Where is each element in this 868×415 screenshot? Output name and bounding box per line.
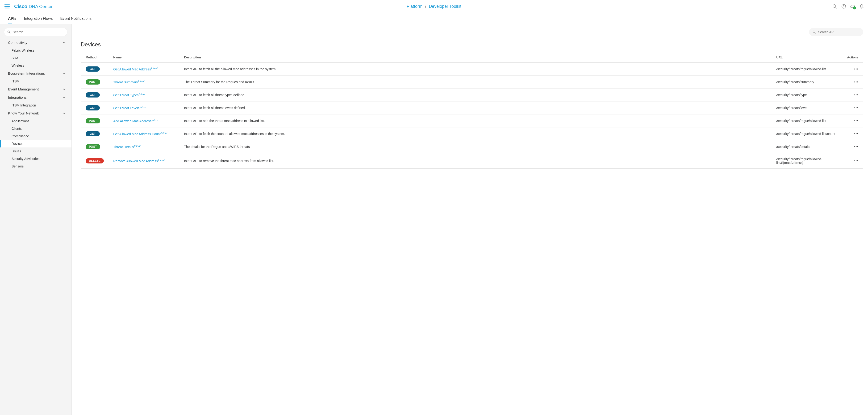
api-url: /security/threats/rogue/allowed-list/${m… — [772, 153, 842, 169]
nav-group-label: Event Management — [8, 87, 39, 91]
nav-group-event-management[interactable]: Event Management — [0, 85, 71, 93]
api-name-link[interactable]: Threat SummaryIntent — [113, 80, 145, 84]
bell-icon[interactable] — [859, 4, 864, 9]
menu-icon[interactable] — [4, 3, 10, 10]
table-row: DELETERemove Allowed Mac AddressIntentIn… — [81, 153, 863, 169]
api-description: Intent API to fetch all threat types def… — [179, 89, 772, 102]
api-description: The details for the Rogue and aWIPS thre… — [179, 140, 772, 153]
svg-text:?: ? — [843, 5, 844, 8]
api-url: /security/threats/details — [772, 140, 842, 153]
nav-group-connectivity[interactable]: Connectivity — [0, 38, 71, 47]
svg-line-4 — [835, 7, 837, 8]
tab-event-notifications[interactable]: Event Notifications — [60, 13, 92, 24]
api-description: Intent API to fetch all the allowed mac … — [179, 63, 772, 76]
breadcrumb: Platform / Developer Toolkit — [407, 4, 461, 9]
tab-integration-flows[interactable]: Integration Flows — [24, 13, 53, 24]
header-actions: ? ✓ — [832, 4, 864, 9]
tabs: APIsIntegration FlowsEvent Notifications — [0, 13, 868, 24]
nav-group-ecosystem-integrations[interactable]: Ecosystem Integrations — [0, 69, 71, 77]
help-icon[interactable]: ? — [841, 4, 846, 9]
api-url: /security/threats/level — [772, 102, 842, 114]
nav-group-label: Connectivity — [8, 40, 27, 44]
nav-group-integrations[interactable]: Integrations — [0, 93, 71, 102]
api-description: The Threat Summary for the Rogues and aW… — [179, 76, 772, 89]
api-table: Method Name Description URL Actions GETG… — [81, 52, 863, 168]
nav-group-label: Ecosystem Integrations — [8, 71, 45, 75]
nav-item-issues[interactable]: Issues — [0, 147, 71, 155]
col-description: Description — [179, 52, 772, 63]
svg-line-10 — [815, 33, 815, 33]
nav-item-itsm-integration[interactable]: ITSM Integration — [0, 102, 71, 109]
row-actions-button[interactable]: ••• — [842, 140, 863, 153]
api-url: /security/threats/summary — [772, 76, 842, 89]
intent-suffix: Intent — [151, 67, 158, 70]
api-search[interactable] — [809, 28, 863, 36]
api-name-link[interactable]: Get Threat TypesIntent — [113, 93, 145, 97]
sidebar: ConnectivityFabric WirelessSDAWirelessEc… — [0, 24, 72, 415]
nav-item-security-advisories[interactable]: Security Advisories — [0, 155, 71, 163]
col-actions: Actions — [842, 52, 863, 63]
api-name-link[interactable]: Remove Allowed Mac AddressIntent — [113, 159, 165, 163]
row-actions-button[interactable]: ••• — [842, 102, 863, 114]
chevron-down-icon — [63, 96, 66, 99]
row-actions-button[interactable]: ••• — [842, 89, 863, 102]
breadcrumb-platform[interactable]: Platform — [407, 4, 423, 9]
nav-item-wireless[interactable]: Wireless — [0, 62, 71, 69]
nav-group-know-your-network[interactable]: Know Your Network — [0, 109, 71, 117]
api-name-link[interactable]: Get Allowed Mac AddressIntent — [113, 67, 158, 71]
nav-item-sda[interactable]: SDA — [0, 54, 71, 62]
col-method: Method — [81, 52, 108, 63]
api-description: Intent API to fetch all threat levels de… — [179, 102, 772, 114]
row-actions-button[interactable]: ••• — [842, 63, 863, 76]
table-row: GETGet Threat LevelsIntentIntent API to … — [81, 102, 863, 114]
brand-cisco: Cisco — [14, 3, 27, 9]
api-name-link[interactable]: Get Threat LevelsIntent — [113, 106, 146, 110]
nav-item-applications[interactable]: Applications — [0, 117, 71, 125]
col-url: URL — [772, 52, 842, 63]
nav-item-itsm[interactable]: ITSM — [0, 77, 71, 85]
row-actions-button[interactable]: ••• — [842, 128, 863, 140]
search-icon[interactable] — [832, 4, 837, 9]
nav-item-compliance[interactable]: Compliance — [0, 132, 71, 140]
table-row: GETGet Threat TypesIntentIntent API to f… — [81, 89, 863, 102]
nav-item-devices[interactable]: Devices — [0, 140, 71, 147]
table-row: POSTThreat DetailsIntentThe details for … — [81, 140, 863, 153]
method-badge: DELETE — [86, 158, 104, 164]
row-actions-button[interactable]: ••• — [842, 114, 863, 128]
row-actions-button[interactable]: ••• — [842, 76, 863, 89]
content: Devices Method Name Description URL Acti… — [72, 24, 868, 415]
intent-suffix: Intent — [134, 145, 141, 147]
tab-apis[interactable]: APIs — [8, 13, 17, 24]
api-name-link[interactable]: Add Allowed Mac AddressIntent — [113, 119, 158, 123]
method-badge: POST — [86, 79, 100, 84]
cloud-status-icon[interactable]: ✓ — [850, 4, 855, 9]
top-header: Cisco DNA Center Platform / Developer To… — [0, 0, 868, 13]
intent-suffix: Intent — [158, 159, 165, 162]
chevron-down-icon — [63, 88, 66, 91]
api-description: Intent API to add the threat mac address… — [179, 114, 772, 128]
api-name-link[interactable]: Get Allowed Mac Address CountIntent — [113, 132, 167, 136]
api-url: /security/threats/rogue/allowed-list — [772, 114, 842, 128]
intent-suffix: Intent — [138, 80, 145, 83]
brand[interactable]: Cisco DNA Center — [14, 3, 53, 9]
breadcrumb-page[interactable]: Developer Toolkit — [429, 4, 461, 9]
search-icon — [7, 30, 11, 34]
sidebar-search-input[interactable] — [13, 30, 64, 34]
brand-suffix: DNA Center — [29, 4, 53, 9]
chevron-down-icon — [63, 72, 66, 75]
method-badge: GET — [86, 66, 100, 72]
nav-item-sensors[interactable]: Sensors — [0, 163, 71, 170]
method-badge: POST — [86, 144, 100, 149]
intent-suffix: Intent — [161, 132, 167, 135]
row-actions-button[interactable]: ••• — [842, 153, 863, 169]
table-row: POSTAdd Allowed Mac AddressIntentIntent … — [81, 114, 863, 128]
sidebar-search[interactable] — [4, 28, 67, 36]
method-badge: GET — [86, 131, 100, 136]
api-url: /security/threats/type — [772, 89, 842, 102]
nav-item-fabric-wireless[interactable]: Fabric Wireless — [0, 47, 71, 54]
api-search-input[interactable] — [818, 30, 860, 34]
nav-item-clients[interactable]: Clients — [0, 125, 71, 132]
table-row: POSTThreat SummaryIntentThe Threat Summa… — [81, 76, 863, 89]
check-icon: ✓ — [853, 6, 856, 9]
api-name-link[interactable]: Threat DetailsIntent — [113, 145, 141, 149]
